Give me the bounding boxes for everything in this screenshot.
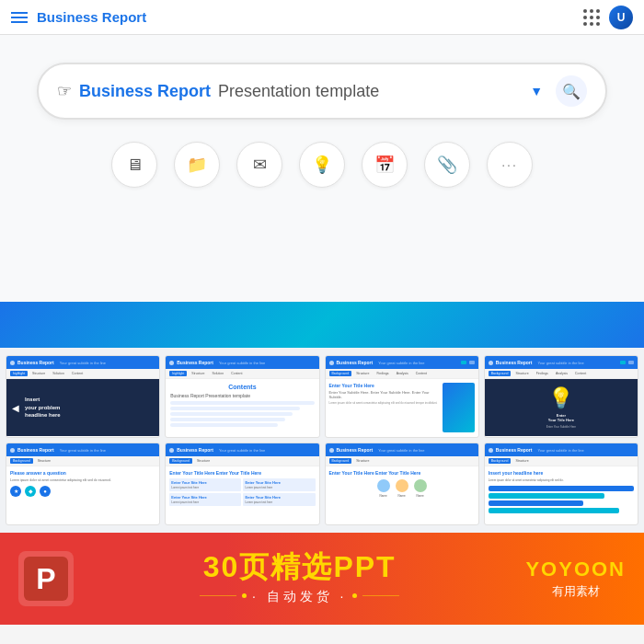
- card1-header-sub: Your great subtitle in the line: [60, 361, 106, 365]
- card8-bar1: [489, 486, 634, 491]
- card2-contents-title: Contents: [170, 384, 314, 390]
- top-nav: Business Report U: [0, 0, 644, 35]
- card5-header: Business Report Your great subtitle in t…: [6, 443, 159, 456]
- card5-icon2: ◆: [25, 486, 36, 497]
- card6-cell2-title: Enter Your Site Here: [245, 480, 313, 485]
- card5-header-sub: Your great subtitle in the line: [60, 448, 106, 453]
- search-bar-left: ☞ Business Report Presentation template: [57, 81, 379, 101]
- card3-slide-subtitle: Enter Your Subtitle Here. Enter Your Sub…: [329, 390, 440, 399]
- promo-right: YOYOON 有用素材: [525, 558, 626, 600]
- card8-header-sub: Your great subtitle in the line: [537, 448, 583, 453]
- filter-icon[interactable]: ▼: [530, 84, 543, 98]
- card5-question: Please answer a question: [10, 470, 155, 476]
- card6-tab-1: Structure: [194, 458, 213, 464]
- promo-banner: P 30页精选PPT · 自动发货 · YOYOON 有用素材: [0, 533, 644, 625]
- card6-cell2: Enter Your Site Here Lorem ipsum text he…: [243, 478, 315, 491]
- card1-header: Business Report Your great subtitle in t…: [6, 356, 159, 369]
- card6-cell1: Enter Your Site Here Lorem ipsum text he…: [169, 478, 241, 491]
- preview-card-5[interactable]: Business Report Your great subtitle in t…: [6, 443, 160, 525]
- card8-text: Lorem ipsum dolor sit amet consectetur a…: [489, 478, 634, 482]
- preview-card-1[interactable]: Business Report Your great subtitle in t…: [6, 355, 160, 438]
- card5-tab-1: Structure: [35, 458, 53, 464]
- card3-body-text: Lorem ipsum dolor sit amet consectetur a…: [329, 401, 440, 405]
- card3-image: [443, 383, 475, 432]
- card6-tab-active: Background: [169, 458, 192, 464]
- ppt-letter: P: [36, 562, 55, 596]
- card2-line5: [170, 423, 278, 427]
- card3-header-sub: Your great subtitle in the line: [378, 361, 424, 365]
- card6-cell2-text: Lorem ipsum text here: [245, 486, 313, 489]
- preview-card-6[interactable]: Business Report Your great subtitle in t…: [165, 443, 319, 525]
- card8-bar3: [489, 500, 583, 506]
- card7-tab-active: Background: [329, 458, 352, 464]
- preview-card-7[interactable]: Business Report Your great subtitle in t…: [325, 443, 479, 525]
- card5-header-title: Business Report: [17, 447, 54, 453]
- card6-header-title: Business Report: [177, 447, 213, 453]
- card3-header: Business Report Your great subtitle in t…: [326, 356, 478, 369]
- monitor-icon-btn[interactable]: 🖥: [111, 142, 157, 188]
- card1-tab-1: Structure: [29, 371, 48, 376]
- card1-header-title: Business Report: [17, 360, 54, 365]
- card5-text: Lorem ipsum dolor sit amet consectetur a…: [10, 478, 155, 483]
- card2-line1: [170, 401, 314, 405]
- preview-card-8[interactable]: Business Report Your great subtitle in t…: [484, 443, 638, 525]
- promo-tagline: 有用素材: [525, 583, 626, 600]
- card2-tab-3: Content: [228, 371, 245, 376]
- app-title: Business Report: [37, 9, 146, 25]
- card7-body: Enter Your Title Here Enter Your Title H…: [326, 466, 478, 523]
- card2-header-title: Business Report: [177, 360, 213, 365]
- card6-cell3-text: Lorem ipsum text here: [171, 500, 239, 504]
- more-icon-btn[interactable]: ···: [487, 142, 533, 188]
- card3-tab-3: Analysis: [394, 371, 411, 376]
- card7-avatar1: [377, 479, 390, 492]
- preview-grid-row1: Business Report Your great subtitle in t…: [6, 355, 638, 438]
- preview-card-3[interactable]: Business Report Your great subtitle in t…: [325, 355, 479, 438]
- card4-header-title: Business Report: [496, 360, 533, 365]
- card3-tab-1: Structure: [353, 371, 372, 376]
- message-icon-btn[interactable]: ✉: [236, 142, 282, 188]
- card7-person1: Name: [377, 479, 390, 498]
- card1-tab-2: Solution: [50, 371, 67, 376]
- cursor-icon: ☞: [57, 81, 72, 101]
- bulb-icon-btn[interactable]: 💡: [299, 142, 345, 188]
- card2-tab-active: highlight: [169, 371, 187, 376]
- calendar-icon-btn[interactable]: 📅: [362, 142, 408, 188]
- card6-header: Business Report Your great subtitle in t…: [166, 443, 318, 456]
- clip-icon-btn[interactable]: 📎: [424, 142, 470, 188]
- card7-title: Enter Your Title Here Enter Your Title H…: [329, 470, 475, 476]
- card7-header-title: Business Report: [337, 447, 374, 453]
- gradient-divider: [0, 302, 644, 348]
- card7-name1: Name: [380, 494, 387, 498]
- search-button[interactable]: 🔍: [556, 75, 587, 107]
- hamburger-menu-icon[interactable]: [11, 12, 28, 23]
- card8-header-title: Business Report: [496, 447, 533, 453]
- folder-icon-btn[interactable]: 📁: [174, 142, 220, 188]
- card2-subtitle: Business Report Presentation template: [170, 393, 314, 398]
- card2-tab-2: Solution: [210, 371, 227, 376]
- card7-persons: Name Name Name: [329, 479, 475, 498]
- card7-header: Business Report Your great subtitle in t…: [326, 443, 478, 456]
- avatar[interactable]: U: [609, 6, 633, 29]
- card5-body: Please answer a question Lorem ipsum dol…: [6, 466, 159, 523]
- card5-icon1: ★: [10, 486, 21, 497]
- card6-body: Enter Your Title Here Enter Your Title H…: [166, 466, 318, 523]
- promo-main-text: 30页精选PPT: [92, 552, 507, 581]
- preview-section: Business Report Your great subtitle in t…: [0, 348, 644, 533]
- card7-name2: Name: [398, 494, 406, 498]
- card3-tab-4: Content: [413, 371, 430, 376]
- card4-header: Business Report Your great subtitle in t…: [485, 356, 638, 369]
- card6-cell3: Enter Your Site Here Lorem ipsum text he…: [169, 493, 241, 506]
- card5-tab-active: Background: [10, 458, 33, 464]
- grid-view-icon[interactable]: [583, 9, 600, 26]
- card6-header-sub: Your great subtitle in the line: [219, 448, 265, 453]
- card3-text-area: Enter Your Title Here Enter Your Subtitl…: [329, 383, 440, 432]
- main-content: ☞ Business Report Presentation template …: [0, 35, 644, 302]
- ppt-icon-inner: P: [24, 557, 68, 601]
- search-bar[interactable]: ☞ Business Report Presentation template …: [37, 63, 607, 120]
- card8-tab-1: Structure: [512, 458, 531, 464]
- card8-bar4: [489, 508, 619, 513]
- promo-middle: 30页精选PPT · 自动发货 ·: [92, 552, 507, 605]
- preview-card-4[interactable]: Business Report Your great subtitle in t…: [484, 355, 638, 438]
- card6-cell1-text: Lorem ipsum text here: [171, 486, 239, 489]
- preview-card-2[interactable]: Business Report Your great subtitle in t…: [165, 355, 319, 438]
